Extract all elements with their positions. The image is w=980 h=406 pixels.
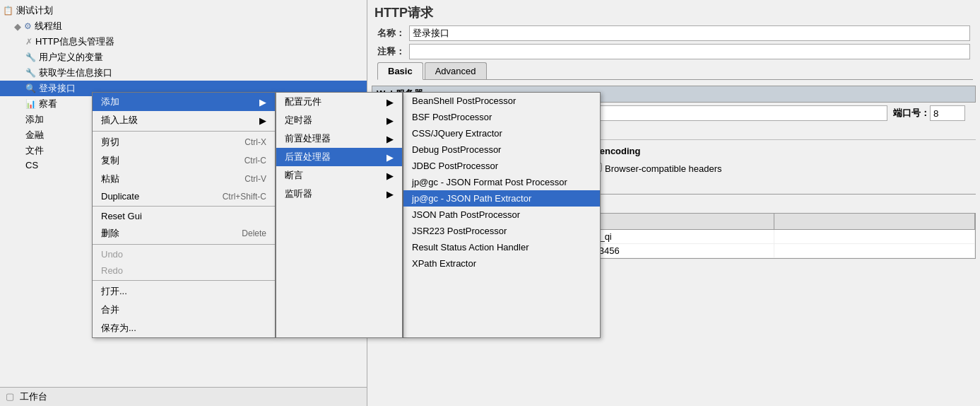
submenu2-xpath[interactable]: XPath Extractor: [403, 255, 600, 272]
submenu2-css[interactable]: CSS/JQuery Extractor: [403, 125, 600, 141]
submenu2-bsf[interactable]: BSF PostProcessor: [403, 109, 600, 125]
thread-group-icon: ⚙: [24, 21, 32, 31]
submenu2-json-path-post[interactable]: JSON Path PostProcessor: [403, 207, 600, 223]
tree-item-test-plan[interactable]: 📋 测试计划: [0, 3, 367, 18]
tree-item-http-header[interactable]: ✗ HTTP信息头管理器: [0, 34, 367, 50]
tree-item-label: HTTP信息头管理器: [35, 35, 114, 48]
submenu2-jsr223[interactable]: JSR223 PostProcessor: [403, 223, 600, 239]
expand-icon: ◆: [14, 21, 21, 32]
workbench-label: 工作台: [20, 391, 47, 402]
browser-headers-check[interactable]: Browser-compatible headers: [593, 163, 721, 174]
tree-item-label: 登录接口: [39, 82, 76, 95]
menu-item-delete[interactable]: 删除 Delete: [93, 224, 275, 243]
context-menu: 添加 ▶ 插入上级 ▶ 剪切 Ctrl-X 复制 Ctrl-C 粘贴 Ctrl-…: [92, 92, 276, 338]
tab-advanced[interactable]: Advanced: [425, 62, 487, 79]
workbench-icon: ▢: [6, 391, 14, 402]
tabs-bar: Basic Advanced: [377, 62, 973, 80]
menu-item-paste[interactable]: 粘贴 Ctrl-V: [93, 170, 275, 188]
tree-item-label: 金融: [25, 129, 44, 141]
submenu1-item-timer[interactable]: 定时器 ▶: [276, 111, 402, 129]
param-value-1: qX123456: [573, 244, 774, 257]
tree-item-label: 获取学生信息接口: [39, 66, 112, 79]
col-extra: [774, 214, 975, 229]
port-label: 端口号：: [893, 107, 930, 120]
tree-item-label: CS: [25, 160, 38, 170]
tree-item-label: 文件: [25, 144, 44, 157]
menu-item-redo: Redo: [93, 262, 275, 279]
submenu2-jp-json-path[interactable]: jp@gc - JSON Path Extractor: [403, 190, 600, 207]
param-value-0: cathy_qi: [573, 230, 774, 243]
arrow-icon: ▶: [259, 97, 266, 108]
http-header-icon: ✗: [25, 37, 33, 47]
menu-item-merge[interactable]: 合并: [93, 301, 275, 319]
arrow-icon: ▶: [386, 97, 394, 108]
param-extra-1: [774, 244, 975, 257]
comment-label: 注释：: [377, 45, 409, 58]
tree-item-get-student[interactable]: 🔧 获取学生信息接口: [0, 65, 367, 81]
submenu-2: BeanShell PostProcessor BSF PostProcesso…: [403, 92, 601, 338]
param-extra-0: [774, 230, 975, 243]
arrow-icon: ▶: [386, 134, 394, 144]
tree-item-label: 线程组: [35, 20, 62, 33]
menu-item-cut[interactable]: 剪切 Ctrl-X: [93, 133, 275, 151]
submenu2-jdbc[interactable]: JDBC PostProcessor: [403, 158, 600, 174]
submenu2-jp-json-format[interactable]: jp@gc - JSON Format Post Processor: [403, 174, 600, 190]
name-input[interactable]: [409, 25, 970, 41]
tree-item-thread-group[interactable]: ◆ ⚙ 线程组: [0, 18, 367, 34]
panel-header: HTTP请求 名称： 注释： Basic Advanced: [367, 0, 980, 81]
tree-item-label: 测试计划: [16, 4, 53, 17]
submenu1-item-listener[interactable]: 监听器 ▶: [276, 185, 402, 203]
tree-item-user-var[interactable]: 🔧 用户定义的变量: [0, 50, 367, 65]
name-label: 名称：: [377, 27, 409, 40]
menu-item-add[interactable]: 添加 ▶: [93, 93, 275, 111]
menu-item-open[interactable]: 打开...: [93, 282, 275, 301]
observe-icon: 📊: [25, 99, 36, 109]
arrow-icon: ▶: [386, 115, 394, 126]
arrow-icon: ▶: [259, 115, 266, 126]
submenu1-item-assertion[interactable]: 断言 ▶: [276, 166, 402, 185]
comment-row: 注释：: [374, 44, 973, 59]
submenu2-result-status[interactable]: Result Status Action Handler: [403, 239, 600, 255]
tree-item-label: 察看: [39, 98, 57, 110]
submenu-1: 配置元件 ▶ 定时器 ▶ 前置处理器 ▶ 后置处理器 ▶ 断言 ▶ 监听器 ▶: [276, 92, 403, 338]
menu-item-undo: Undo: [93, 246, 275, 262]
menu-item-reset-gui[interactable]: Reset Gui: [93, 208, 275, 224]
submenu2-debug[interactable]: Debug PostProcessor: [403, 141, 600, 158]
context-menu-overlay: 添加 ▶ 插入上级 ▶ 剪切 Ctrl-X 复制 Ctrl-C 粘贴 Ctrl-…: [92, 92, 601, 338]
menu-item-insert-parent[interactable]: 插入上级 ▶: [93, 111, 275, 129]
login-icon: 🔍: [25, 83, 36, 93]
arrow-icon: ▶: [386, 152, 394, 163]
col-value: [573, 214, 774, 229]
submenu1-item-post[interactable]: 后置处理器 ▶: [276, 148, 402, 166]
workbench-bar: ▢ 工作台: [0, 387, 367, 406]
menu-item-copy[interactable]: 复制 Ctrl-C: [93, 151, 275, 170]
left-panel: 📋 测试计划 ◆ ⚙ 线程组 ✗ HTTP信息头管理器 🔧 用户定义的变量 🔧 …: [0, 0, 367, 406]
port-input[interactable]: [930, 105, 965, 121]
submenu1-item-config[interactable]: 配置元件 ▶: [276, 93, 402, 111]
comment-input[interactable]: [409, 44, 970, 59]
tree-item-label: 用户定义的变量: [39, 51, 103, 64]
panel-title: HTTP请求: [374, 4, 973, 21]
name-row: 名称：: [374, 25, 973, 41]
submenu1-item-pre[interactable]: 前置处理器 ▶: [276, 129, 402, 148]
submenu2-beanshell[interactable]: BeanShell PostProcessor: [403, 93, 600, 109]
menu-item-duplicate[interactable]: Duplicate Ctrl+Shift-C: [93, 188, 275, 204]
arrow-icon: ▶: [386, 189, 394, 199]
arrow-icon: ▶: [386, 170, 394, 181]
tab-basic[interactable]: Basic: [377, 62, 423, 80]
user-var-icon: 🔧: [25, 52, 36, 62]
tree-item-label: 添加: [25, 113, 44, 126]
test-plan-icon: 📋: [3, 6, 13, 16]
menu-item-save-as[interactable]: 保存为...: [93, 319, 275, 337]
get-student-icon: 🔧: [25, 68, 36, 78]
